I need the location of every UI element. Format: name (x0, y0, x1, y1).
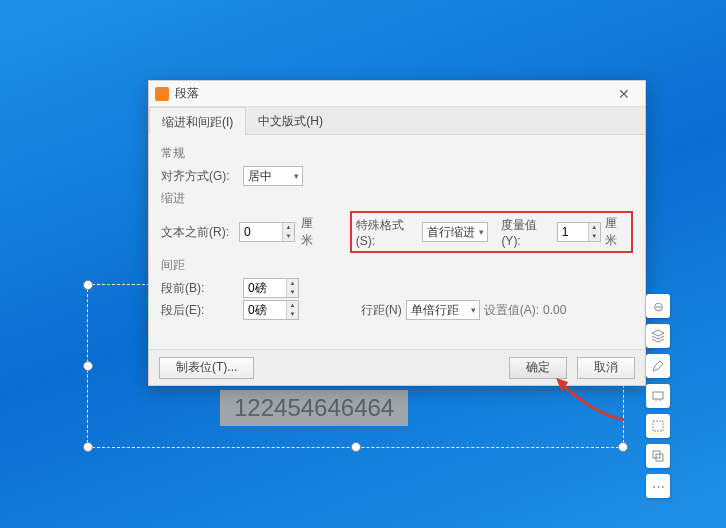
titlebar[interactable]: 段落 ✕ (149, 81, 645, 107)
special-combo[interactable]: 首行缩进 (422, 222, 488, 242)
alignment-value: 居中 (248, 168, 272, 185)
resize-handle-tl[interactable] (83, 280, 93, 290)
dialog-footer: 制表位(T)... 确定 取消 (149, 349, 645, 385)
tab-bar: 缩进和间距(I) 中文版式(H) (149, 107, 645, 135)
resize-handle-br[interactable] (618, 442, 628, 452)
svg-rect-3 (653, 421, 663, 431)
section-general: 常规 (161, 145, 633, 162)
svg-rect-0 (653, 392, 663, 399)
tool-screen-icon[interactable] (646, 384, 670, 408)
set-value-value: 0.00 (543, 303, 566, 317)
text-before-spinner[interactable]: ▲ ▼ (239, 222, 295, 242)
spin-up-icon[interactable]: ▲ (287, 301, 298, 310)
measure-label: 度量值(Y): (501, 217, 552, 248)
paragraph-dialog: 段落 ✕ 缩进和间距(I) 中文版式(H) 常规 对齐方式(G): 居中 缩进 … (148, 80, 646, 386)
spin-up-icon[interactable]: ▲ (283, 223, 294, 232)
side-toolbar: ⊖ ⋯ (646, 294, 670, 498)
dialog-content: 常规 对齐方式(G): 居中 缩进 文本之前(R): ▲ ▼ 厘米 特殊格式(S… (149, 135, 645, 330)
cancel-button[interactable]: 取消 (577, 357, 635, 379)
dialog-title: 段落 (175, 85, 609, 102)
resize-handle-bm[interactable] (351, 442, 361, 452)
text-before-label: 文本之前(R): (161, 224, 233, 241)
measure-spinner[interactable]: ▲ ▼ (557, 222, 601, 242)
space-after-spinner[interactable]: ▲ ▼ (243, 300, 299, 320)
spin-down-icon[interactable]: ▼ (287, 310, 298, 319)
alignment-label: 对齐方式(G): (161, 168, 237, 185)
app-icon (155, 87, 169, 101)
tool-copy-icon[interactable] (646, 444, 670, 468)
line-spacing-label: 行距(N) (361, 302, 402, 319)
set-value-label: 设置值(A): (484, 302, 539, 319)
tab-chinese-layout[interactable]: 中文版式(H) (246, 107, 335, 134)
space-before-label: 段前(B): (161, 280, 237, 297)
line-spacing-value: 单倍行距 (411, 302, 459, 319)
spin-down-icon[interactable]: ▼ (589, 232, 600, 241)
tab-indent-spacing[interactable]: 缩进和间距(I) (149, 107, 246, 135)
highlight-box: 特殊格式(S): 首行缩进 度量值(Y): ▲ ▼ 厘米 (350, 211, 633, 253)
resize-handle-ml[interactable] (83, 361, 93, 371)
section-indent: 缩进 (161, 190, 633, 207)
space-after-input[interactable] (244, 301, 286, 319)
line-spacing-combo[interactable]: 单倍行距 (406, 300, 480, 320)
measure-unit: 厘米 (605, 215, 627, 249)
alignment-combo[interactable]: 居中 (243, 166, 303, 186)
special-value: 首行缩进 (427, 224, 475, 241)
close-button[interactable]: ✕ (609, 84, 639, 104)
tool-pen-icon[interactable] (646, 354, 670, 378)
space-after-label: 段后(E): (161, 302, 237, 319)
measure-input[interactable] (558, 223, 588, 241)
tab-stops-button[interactable]: 制表位(T)... (159, 357, 254, 379)
space-before-spinner[interactable]: ▲ ▼ (243, 278, 299, 298)
text-before-input[interactable] (240, 223, 282, 241)
text-before-unit: 厘米 (301, 215, 324, 249)
slide-text-content[interactable]: 122454646464 (220, 390, 408, 426)
tool-collapse-icon[interactable]: ⊖ (646, 294, 670, 318)
spin-up-icon[interactable]: ▲ (589, 223, 600, 232)
spin-up-icon[interactable]: ▲ (287, 279, 298, 288)
tool-layers-icon[interactable] (646, 324, 670, 348)
space-before-input[interactable] (244, 279, 286, 297)
special-label: 特殊格式(S): (356, 217, 418, 248)
tool-more-icon[interactable]: ⋯ (646, 474, 670, 498)
tool-select-icon[interactable] (646, 414, 670, 438)
spin-down-icon[interactable]: ▼ (283, 232, 294, 241)
section-spacing: 间距 (161, 257, 633, 274)
spin-down-icon[interactable]: ▼ (287, 288, 298, 297)
resize-handle-bl[interactable] (83, 442, 93, 452)
ok-button[interactable]: 确定 (509, 357, 567, 379)
